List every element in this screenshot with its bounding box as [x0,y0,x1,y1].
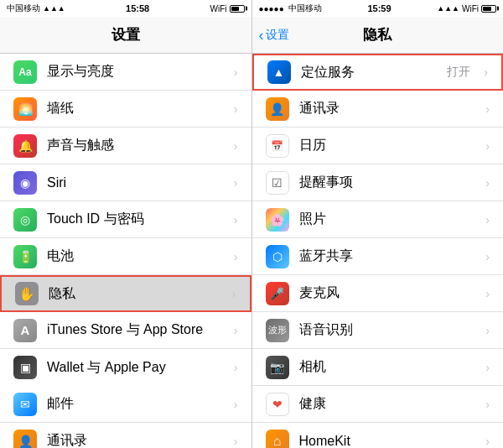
left-section-1: Aa 显示与亮度 › 🌅 墙纸 › 🔔 声音与触感 › ◉ Siri › ◎ T… [0,54,252,312]
privacy-chevron: › [232,287,236,300]
cell-photos[interactable]: 🌸 照片 › [252,201,504,238]
cell-homekit[interactable]: ⌂ HomeKit › [252,423,504,448]
location-label: 定位服务 [301,64,438,81]
mail-icon: ✉ [13,393,37,416]
left-screen: 中国移动 ▲▲▲ 15:58 WiFi 设置 Aa 显示与亮度 › 🌅 墙纸 ›… [0,0,252,448]
calendar-right-chevron: › [485,139,490,153]
battery-cell-icon: 🔋 [13,245,37,268]
time-left: 15:58 [126,3,149,13]
right-status-right: ▲▲▲ WiFi [437,4,496,13]
touchid-chevron: › [234,213,238,227]
contacts-right-icon: 👤 [266,97,289,121]
homekit-chevron: › [485,435,490,448]
cell-microphone[interactable]: 🎤 麦克风 › [252,275,504,312]
cell-sound[interactable]: 🔔 声音与触感 › [0,128,252,164]
cell-wallpaper[interactable]: 🌅 墙纸 › [0,91,252,128]
microphone-label: 麦克风 [299,284,476,302]
cell-battery[interactable]: 🔋 电池 › [0,238,252,275]
cell-contacts-left[interactable]: 👤 通讯录 › [0,423,252,448]
cell-speech[interactable]: 波形 语音识别 › [252,312,504,349]
speech-label: 语音识别 [299,321,476,339]
cell-mail[interactable]: ✉ 邮件 › [0,386,252,423]
wifi-icon-left: WiFi [210,4,227,13]
contacts-right-chevron: › [485,102,490,116]
battery-icon-left [230,5,245,13]
reminders-right-icon: ☑ [266,171,289,195]
left-nav-title: 设置 [111,25,140,44]
cell-location[interactable]: ▲ 定位服务 打开 › [252,54,504,91]
homekit-icon: ⌂ [266,430,289,449]
photos-icon: 🌸 [266,208,289,232]
wifi-icon-right: WiFi [462,4,479,13]
battery-label: 电池 [47,247,224,265]
cell-health[interactable]: ❤ 健康 › [252,386,504,423]
speech-icon: 波形 [266,319,289,342]
cell-contacts-right[interactable]: 👤 通讯录 › [252,91,504,128]
health-label: 健康 [299,395,476,413]
photos-chevron: › [485,213,490,227]
signal-icon-right: ▲▲▲ [437,4,459,13]
sound-label: 声音与触感 [47,137,224,154]
sound-icon: 🔔 [13,134,37,158]
wallet-label: Wallet 与 Apple Pay [47,359,224,377]
contacts-left-label: 通讯录 [47,432,224,448]
cell-display[interactable]: Aa 显示与亮度 › [0,54,252,91]
contacts-right-label: 通讯录 [299,100,476,117]
carrier-right: ●●●●● [259,4,284,13]
back-chevron-icon: ‹ [259,28,264,43]
bluetooth-icon: ⬡ [266,245,289,268]
back-button[interactable]: ‹ 设置 [259,28,289,43]
carrier-left: 中国移动 [7,3,40,14]
homekit-label: HomeKit [299,434,476,449]
cell-wallet[interactable]: ▣ Wallet 与 Apple Pay › [0,349,252,386]
calendar-right-label: 日历 [299,137,476,154]
privacy-label: 隐私 [49,285,222,303]
contacts-left-chevron: › [234,435,238,448]
siri-icon: ◉ [13,171,37,195]
location-value: 打开 [447,65,470,80]
left-status-right: WiFi [210,4,245,13]
cell-touchid[interactable]: ◎ Touch ID 与密码 › [0,201,252,238]
camera-icon: 📷 [266,356,289,379]
right-nav-bar: ‹ 设置 隐私 [252,17,504,54]
calendar-right-icon: 📅 [266,134,289,158]
cell-itunes[interactable]: A iTunes Store 与 App Store › [0,312,252,349]
touchid-icon: ◎ [13,208,37,232]
left-nav-bar: 设置 [0,17,252,54]
itunes-icon: A [13,319,37,342]
signal-icon-left: ▲▲▲ [43,4,65,13]
right-screen: ●●●●● 中国移动 15:59 ▲▲▲ WiFi ‹ 设置 隐私 ▲ 定位服务… [252,0,504,448]
display-label: 显示与亮度 [47,63,224,81]
left-status-left: 中国移动 ▲▲▲ [7,3,65,14]
right-nav-title: 隐私 [363,25,392,44]
carrier-name-right: 中国移动 [288,3,322,14]
itunes-chevron: › [234,324,238,337]
right-status-bar: ●●●●● 中国移动 15:59 ▲▲▲ WiFi [252,0,504,17]
camera-label: 相机 [299,358,476,376]
mail-label: 邮件 [47,395,224,413]
health-icon: ❤ [266,393,289,416]
cell-camera[interactable]: 📷 相机 › [252,349,504,386]
reminders-right-label: 提醒事项 [299,174,476,191]
siri-label: Siri [47,175,224,190]
right-status-left: ●●●●● 中国移动 [259,3,322,14]
time-right: 15:59 [367,3,391,13]
wallpaper-chevron: › [234,102,238,116]
battery-icon-right [481,5,496,13]
cell-reminders-right[interactable]: ☑ 提醒事项 › [252,164,504,201]
privacy-icon: ✋ [15,282,39,305]
bluetooth-chevron: › [485,250,490,263]
health-chevron: › [485,398,490,411]
location-chevron: › [484,65,488,79]
battery-chevron: › [234,250,238,263]
wallet-chevron: › [234,361,238,374]
speech-chevron: › [485,324,490,337]
wallpaper-label: 墙纸 [47,100,224,117]
siri-chevron: › [234,176,238,190]
cell-bluetooth[interactable]: ⬡ 蓝牙共享 › [252,238,504,275]
cell-calendar-right[interactable]: 📅 日历 › [252,128,504,164]
itunes-label: iTunes Store 与 App Store [47,321,224,339]
cell-siri[interactable]: ◉ Siri › [0,164,252,201]
cell-privacy[interactable]: ✋ 隐私 › [0,275,252,312]
location-icon: ▲ [267,60,291,84]
